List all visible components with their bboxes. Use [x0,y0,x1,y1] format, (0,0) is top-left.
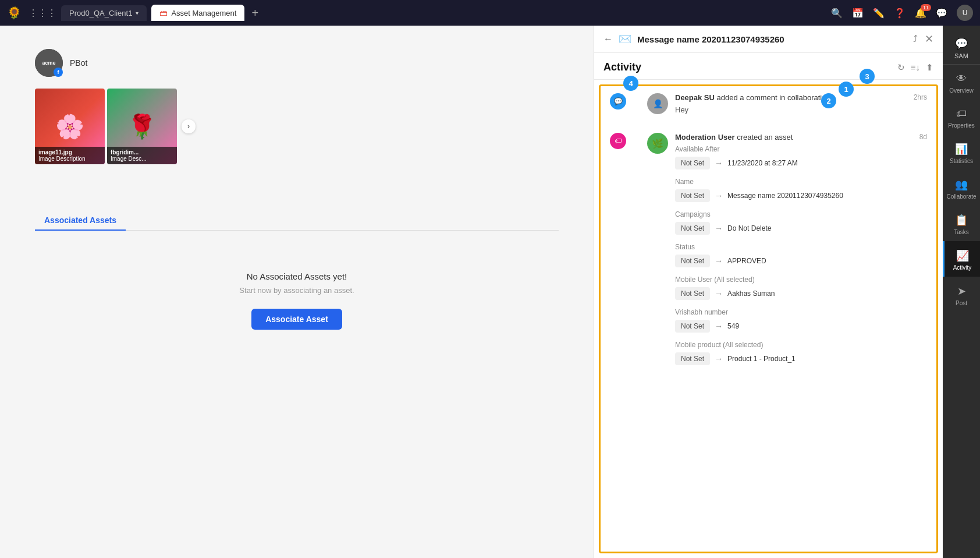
change-label-mobile-user: Mobile User (All selected) [675,276,927,284]
add-tab-button[interactable]: + [251,6,258,20]
change-from-campaigns: Not Set [675,222,710,235]
post-icon: ➤ [957,285,966,298]
grid-menu-icon[interactable]: ⋮⋮⋮ [29,8,56,19]
change-to-name: Message name 20201123074935260 [727,192,843,200]
filter-icon[interactable]: ≡↓ [911,62,920,72]
change-mobile-user: Mobile User (All selected) Not Set → Aak… [675,276,927,300]
collaborate-icon: 👥 [955,178,968,191]
help-icon[interactable]: ❓ [894,8,906,19]
gallery-image-2[interactable]: 🌹 fbgridim... Image Desc... [107,89,177,164]
sidebar-item-post[interactable]: ➤ Post [943,277,980,312]
overview-icon: 👁 [956,73,967,85]
change-available-after: Available After Not Set → 11/23/2020 at … [675,145,927,169]
sidebar-item-statistics[interactable]: 📊 Statistics [943,135,980,170]
tab-associated-assets[interactable]: Associated Assets [35,211,126,231]
statistics-label: Statistics [950,158,973,164]
change-label-campaigns: Campaigns [675,210,927,218]
tab-asset-management[interactable]: 🗃 Asset Management [151,5,244,21]
activity-item-comment: 💬 👤 Deepak SU added a comment in collabo… [610,93,927,119]
sidebar-item-properties[interactable]: 🏷 Properties [943,100,980,135]
top-navigation: 🌻 ⋮⋮⋮ Prod0_QA_Client1 ▾ 🗃 Asset Managem… [0,0,980,26]
activity-comment-content: Deepak SU added a comment in collaborati… [675,93,927,119]
change-row-campaigns: Not Set → Do Not Delete [675,222,927,235]
search-icon[interactable]: 🔍 [831,8,843,19]
tab-prod0[interactable]: Prod0_QA_Client1 ▾ [61,5,147,21]
gallery-image-1-desc: Image Description [38,156,101,162]
sidebar-item-overview[interactable]: 👁 Overview [943,65,980,100]
sidebar-item-activity[interactable]: 📈 Activity [943,241,980,277]
activity-icon-col-comment: 💬 [610,93,626,119]
facebook-badge: f [54,68,63,77]
arrow-icon-4: → [715,256,723,266]
asset-tab-icon: 🗃 [159,8,168,17]
avatar: acme f [35,49,63,77]
no-assets-title: No Associated Assets yet! [35,271,559,281]
change-label-vrishabh: Vrishabh number [675,308,927,316]
activity-icon: 📈 [956,249,969,262]
arrow-icon-6: → [715,322,723,331]
user-avatar[interactable]: U [957,5,973,21]
change-to-available-after: 11/23/2020 at 8:27 AM [727,159,798,167]
change-from-name: Not Set [675,189,710,202]
change-label-available-after: Available After [675,145,927,153]
right-panel: 1 2 3 4 ← ✉️ Message name 20201123074935… [594,26,943,558]
change-label-mobile-product: Mobile product (All selected) [675,341,927,349]
sam-section: 💬 SAM [943,30,980,65]
main-content: acme f PBot 🌸 image11.jpg Image Descript… [0,26,980,558]
sidebar-item-tasks[interactable]: 📋 Tasks [943,206,980,241]
app-logo: 🌻 [7,6,22,20]
sidebar-item-collaborate[interactable]: 👥 Collaborate [943,170,980,206]
arrow-icon: → [715,158,723,168]
callout-badge-2: 2 [821,93,836,108]
image-gallery: 🌸 image11.jpg Image Description 🌹 fbgrid… [35,89,186,164]
share-icon[interactable]: ⤴ [913,34,918,44]
notifications[interactable]: 🔔 11 [915,8,926,19]
change-from-vrishabh: Not Set [675,320,710,333]
gallery-image-2-name: fbgridim... [111,149,173,156]
properties-icon: 🏷 [956,108,967,120]
calendar-icon[interactable]: 📅 [852,8,864,19]
change-to-mobile-product: Product 1 - Product_1 [727,355,796,363]
change-to-mobile-user: Aakhas Suman [727,289,775,298]
change-to-campaigns: Do Not Delete [727,224,771,232]
associate-asset-button[interactable]: Associate Asset [251,309,342,330]
change-status: Status Not Set → APPROVED [675,243,927,267]
arrow-icon-5: → [715,289,723,298]
arrow-icon-2: → [715,191,723,200]
avatar-label: U [963,9,968,17]
gallery-image-1[interactable]: 🌸 image11.jpg Image Description [35,89,105,164]
change-mobile-product: Mobile product (All selected) Not Set → … [675,341,927,365]
panel-close-button[interactable]: ✕ [925,33,933,45]
gallery-next-button[interactable]: › [182,119,196,133]
post-label: Post [956,300,967,306]
gallery-image-2-info: fbgridim... Image Desc... [107,147,177,164]
sam-chat-icon[interactable]: 💬 [955,37,968,50]
change-label-name: Name [675,178,927,186]
change-vrishabh: Vrishabh number Not Set → 549 [675,308,927,333]
top-nav-right-actions: 🔍 📅 ✏️ ❓ 🔔 11 💬 U [831,5,973,21]
arrow-icon-3: → [715,224,723,233]
activity-header-icons: ↻ ≡↓ ⬆ [897,62,933,73]
chat-icon[interactable]: 💬 [936,8,947,19]
edit-icon[interactable]: ✏️ [873,8,885,19]
tab-prod0-chevron[interactable]: ▾ [136,10,139,16]
gallery-image-1-info: image11.jpg Image Description [35,147,105,164]
pbot-card: acme f PBot [35,49,559,77]
left-content-area: acme f PBot 🌸 image11.jpg Image Descript… [0,26,594,558]
comment-badge-icon: 💬 [610,93,626,110]
activity-comment-time: 2hrs [914,93,927,101]
change-row-name: Not Set → Message name 20201123074935260 [675,189,927,202]
comment-author-avatar: 👤 [647,93,668,114]
activity-icon-col-created: 🏷 [610,133,626,373]
statistics-icon: 📊 [955,143,968,156]
change-from-status: Not Set [675,255,710,267]
gallery-image-1-name: image11.jpg [38,149,101,156]
refresh-icon[interactable]: ↻ [897,62,905,73]
activity-header: Activity ↻ ≡↓ ⬆ [594,53,943,80]
sam-label: SAM [954,52,968,59]
moderation-user-avatar: 🌿 [647,133,668,154]
change-row-status: Not Set → APPROVED [675,255,927,267]
created-badge-icon: 🏷 [610,133,626,149]
panel-back-button[interactable]: ← [603,34,613,44]
export-icon[interactable]: ⬆ [926,62,933,73]
